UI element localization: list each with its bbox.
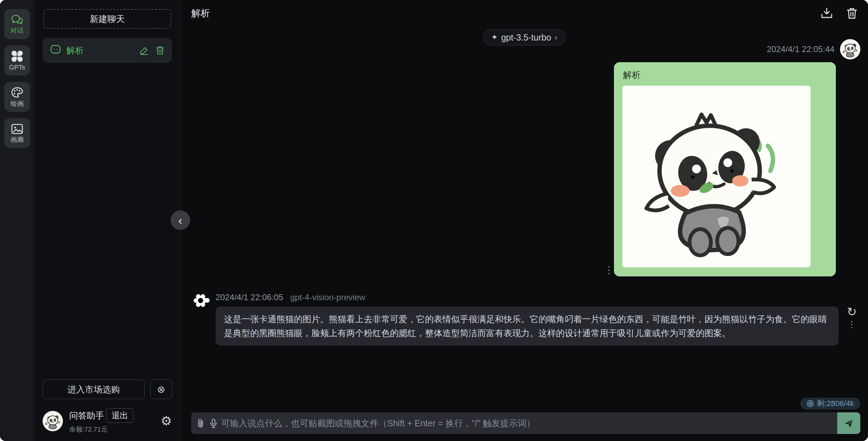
market-button[interactable]: 进入市场选购 <box>43 379 145 399</box>
send-button[interactable] <box>837 412 860 434</box>
user-account-row: 问答助手 退出 余额:72.71元 ⚙ <box>43 408 172 434</box>
sparkle-icon: ✦ <box>491 33 498 42</box>
user-card-title: 解析 <box>623 69 827 81</box>
openai-logo-icon <box>191 291 210 310</box>
circle-x-icon[interactable]: ⊗ <box>150 379 172 399</box>
app-window: 对话 GPTs 绘画 <box>0 0 868 441</box>
attach-paperclip-icon[interactable] <box>197 419 204 428</box>
clear-trash-icon[interactable] <box>846 7 858 19</box>
chevron-right-icon: › <box>555 32 557 42</box>
chat-face-icon <box>50 45 61 56</box>
rail-item-gpts[interactable]: GPTs <box>4 45 30 75</box>
new-chat-button[interactable]: 新建聊天 <box>43 9 171 29</box>
paper-plane-icon <box>844 418 854 428</box>
user-message-avatar <box>840 39 860 59</box>
message-input[interactable] <box>220 412 837 434</box>
assistant-message-row: 2024/4/1 22:06:05 gpt-4-vision-preview 这… <box>191 290 860 346</box>
token-icon <box>806 400 814 407</box>
gpts-petals-icon <box>12 51 23 62</box>
user-name: 问答助手 <box>69 410 104 421</box>
balance-label: 余额:72.71元 <box>69 425 133 434</box>
user-avatar[interactable] <box>43 411 63 431</box>
rail-item-draw[interactable]: 绘画 <box>4 82 30 112</box>
message-model-tag: gpt-4-vision-preview <box>290 292 366 302</box>
icon-rail: 对话 GPTs 绘画 <box>0 0 34 441</box>
chat-title: 解析 <box>66 45 140 56</box>
chevron-left-icon: ‹ <box>178 214 182 227</box>
message-scroll-area[interactable]: ✦ gpt-3.5-turbo › 2024/4/1 22:05:44 <box>181 27 868 398</box>
page-title: 解析 <box>191 7 210 20</box>
export-download-icon[interactable] <box>820 7 833 19</box>
token-remaining-label: 剩:2806/4k <box>817 398 854 409</box>
delete-chat-icon[interactable] <box>156 46 164 55</box>
regenerate-icon[interactable]: ↻ <box>847 306 857 318</box>
microphone-icon[interactable] <box>210 419 217 428</box>
message-more-icon[interactable]: ⋮ <box>847 320 856 329</box>
chat-bubbles-icon <box>11 15 23 25</box>
rail-item-gallery[interactable]: 画廊 <box>4 118 30 148</box>
token-remaining-badge: 剩:2806/4k <box>800 398 860 410</box>
gear-icon[interactable]: ⚙ <box>161 415 172 427</box>
user-message-row: 解析 <box>191 62 860 276</box>
chat-main: 解析 ✦ gpt-3.5-turbo › <box>181 0 868 441</box>
assistant-message-header: 2024/4/1 22:06:05 gpt-4-vision-preview <box>216 292 839 302</box>
panel-bottom: 进入市场选购 ⊗ <box>34 379 180 441</box>
message-timestamp: 2024/4/1 22:05:44 <box>767 44 834 54</box>
rail-item-label: 画廊 <box>10 136 24 143</box>
message-input-bar <box>191 412 860 434</box>
rail-item-chat[interactable]: 对话 <box>4 9 30 39</box>
palette-icon <box>11 87 23 98</box>
gallery-image-icon <box>11 124 23 134</box>
model-selector[interactable]: ✦ gpt-3.5-turbo › <box>483 29 566 45</box>
chat-list-panel: 新建聊天 解析 <box>34 0 181 441</box>
model-selector-label: gpt-3.5-turbo <box>501 32 551 43</box>
assistant-message-bubble[interactable]: 这是一张卡通熊猫的图片。熊猫看上去非常可爱，它的表情似乎很满足和快乐。它的嘴角叼… <box>216 306 839 346</box>
rail-item-label: 绘画 <box>10 100 24 107</box>
message-timestamp: 2024/4/1 22:06:05 <box>216 292 283 302</box>
collapse-sidebar-button[interactable]: ‹ <box>171 210 190 230</box>
rail-item-label: GPTs <box>9 64 25 71</box>
chat-topbar: 解析 <box>181 0 868 27</box>
attached-panda-image[interactable] <box>622 86 811 267</box>
chat-list-item[interactable]: 解析 <box>43 38 172 63</box>
rail-item-label: 对话 <box>10 27 24 34</box>
edit-chat-icon[interactable] <box>140 46 149 55</box>
user-message-bubble[interactable]: 解析 <box>614 62 836 276</box>
composer-area: 剩:2806/4k <box>181 398 868 441</box>
message-more-icon[interactable]: ⋮ <box>604 264 614 276</box>
logout-button[interactable]: 退出 <box>106 408 133 423</box>
